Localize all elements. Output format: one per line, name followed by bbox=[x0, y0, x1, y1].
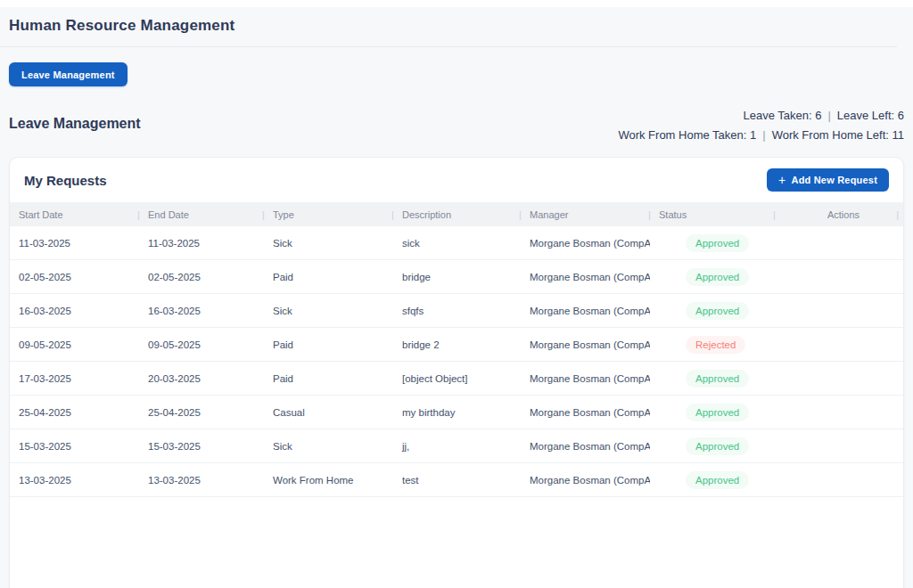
table-header-row: Start DateEnd DateTypeDescriptionManager… bbox=[10, 202, 903, 226]
cell-end-date: 25-04-2025 bbox=[139, 407, 264, 418]
cell-type: Paid bbox=[264, 373, 393, 384]
leave-taken-stat: Leave Taken: 6 bbox=[743, 109, 821, 122]
cell-start-date: 15-03-2025 bbox=[10, 441, 139, 452]
stats-separator: | bbox=[756, 128, 771, 142]
cell-start-date: 16-03-2025 bbox=[10, 306, 139, 316]
table-row: 25-04-202525-04-2025Casualmy birthdayMor… bbox=[10, 396, 903, 429]
status-badge: Approved bbox=[686, 404, 749, 421]
table-row: 09-05-202509-05-2025Paidbridge 2Morgane … bbox=[10, 328, 903, 362]
cell-start-date: 09-05-2025 bbox=[10, 339, 139, 350]
cell-description: [object Object] bbox=[393, 373, 521, 384]
cell-manager: Morgane Bosman (CompAdmir bbox=[521, 272, 650, 282]
column-header-description: Description bbox=[393, 209, 521, 220]
cell-type: Work From Home bbox=[264, 475, 393, 486]
table-row: 17-03-202520-03-2025Paid[object Object]M… bbox=[10, 362, 903, 396]
column-header-actions: Actions bbox=[775, 209, 903, 220]
cell-start-date: 13-03-2025 bbox=[10, 475, 139, 486]
column-header-manager: Manager bbox=[521, 209, 650, 220]
table-row: 15-03-202515-03-2025Sickjj,Morgane Bosma… bbox=[10, 429, 903, 463]
header-strip bbox=[0, 0, 913, 7]
status-badge: Approved bbox=[686, 268, 749, 286]
cell-start-date: 11-03-2025 bbox=[10, 238, 139, 249]
cell-end-date: 15-03-2025 bbox=[139, 441, 264, 452]
cell-end-date: 09-05-2025 bbox=[139, 339, 264, 350]
my-requests-panel: My Requests + Add New Request Start Date… bbox=[9, 157, 904, 588]
cell-description: bridge bbox=[393, 272, 521, 282]
cell-end-date: 13-03-2025 bbox=[139, 475, 264, 486]
cell-description: bridge 2 bbox=[393, 339, 521, 350]
hrm-page: Human Resource Management Leave Manageme… bbox=[0, 0, 913, 588]
table-row: 13-03-202513-03-2025Work From HometestMo… bbox=[10, 463, 903, 497]
cell-status: Approved bbox=[650, 268, 775, 286]
cell-status: Approved bbox=[650, 302, 775, 320]
cell-status: Approved bbox=[650, 234, 775, 252]
wfh-taken-stat: Work From Home Taken: 1 bbox=[618, 128, 756, 142]
cell-manager: Morgane Bosman (CompAdmir bbox=[521, 373, 650, 384]
status-badge: Rejected bbox=[686, 336, 745, 354]
column-header-start-date: Start Date bbox=[10, 209, 139, 220]
cell-description: sfqfs bbox=[393, 306, 521, 316]
column-header-type: Type bbox=[264, 209, 393, 220]
status-badge: Approved bbox=[686, 370, 749, 388]
cell-end-date: 02-05-2025 bbox=[139, 272, 264, 282]
leave-stats-line1: Leave Taken: 6|Leave Left: 6 bbox=[618, 106, 904, 126]
leave-management-heading: Leave Management bbox=[9, 116, 141, 132]
cell-description: my birthday bbox=[393, 407, 521, 418]
title-divider bbox=[0, 46, 897, 47]
table-row: 11-03-202511-03-2025SicksickMorgane Bosm… bbox=[10, 226, 903, 260]
cell-manager: Morgane Bosman (CompAdmir bbox=[521, 407, 650, 418]
add-new-request-label: Add New Request bbox=[791, 175, 877, 185]
cell-status: Approved bbox=[650, 437, 775, 455]
cell-description: sick bbox=[393, 238, 521, 249]
cell-manager: Morgane Bosman (CompAdmir bbox=[521, 441, 650, 452]
leave-management-tab-button[interactable]: Leave Management bbox=[9, 62, 127, 86]
cell-type: Sick bbox=[264, 306, 393, 316]
plus-icon: + bbox=[778, 174, 786, 186]
cell-start-date: 02-05-2025 bbox=[10, 272, 139, 282]
cell-end-date: 16-03-2025 bbox=[139, 306, 264, 316]
cell-start-date: 25-04-2025 bbox=[10, 407, 139, 418]
cell-manager: Morgane Bosman (CompAdmir bbox=[521, 339, 650, 350]
cell-end-date: 20-03-2025 bbox=[139, 373, 264, 384]
cell-type: Sick bbox=[264, 441, 393, 452]
leave-stats: Leave Taken: 6|Leave Left: 6 Work From H… bbox=[618, 106, 904, 145]
cell-status: Approved bbox=[650, 404, 775, 421]
cell-end-date: 11-03-2025 bbox=[139, 238, 264, 249]
status-badge: Approved bbox=[686, 471, 749, 489]
leave-stats-line2: Work From Home Taken: 1|Work From Home L… bbox=[618, 126, 904, 145]
cell-status: Approved bbox=[650, 370, 775, 388]
cell-type: Paid bbox=[264, 272, 393, 282]
panel-title: My Requests bbox=[24, 173, 107, 188]
status-badge: Approved bbox=[686, 234, 749, 252]
column-header-end-date: End Date bbox=[139, 209, 264, 220]
cell-status: Approved bbox=[650, 471, 775, 489]
status-badge: Approved bbox=[686, 302, 749, 320]
leave-left-stat: Leave Left: 6 bbox=[837, 109, 904, 122]
cell-type: Casual bbox=[264, 407, 393, 418]
add-new-request-button[interactable]: + Add New Request bbox=[767, 168, 889, 192]
cell-type: Sick bbox=[264, 238, 393, 249]
column-header-status: Status bbox=[650, 209, 775, 220]
table-body: 11-03-202511-03-2025SicksickMorgane Bosm… bbox=[10, 226, 903, 497]
table-row: 02-05-202502-05-2025PaidbridgeMorgane Bo… bbox=[10, 260, 903, 294]
cell-type: Paid bbox=[264, 339, 393, 350]
cell-description: jj, bbox=[393, 441, 521, 452]
page-title: Human Resource Management bbox=[9, 17, 234, 35]
status-badge: Approved bbox=[686, 437, 749, 455]
stats-separator: | bbox=[821, 109, 836, 122]
cell-status: Rejected bbox=[650, 336, 775, 354]
panel-header: My Requests + Add New Request bbox=[10, 158, 903, 202]
cell-manager: Morgane Bosman (CompAdmir bbox=[521, 306, 650, 316]
cell-manager: Morgane Bosman (CompAdmir bbox=[521, 475, 650, 486]
cell-description: test bbox=[393, 475, 521, 486]
cell-manager: Morgane Bosman (CompAdmir bbox=[521, 238, 650, 249]
cell-start-date: 17-03-2025 bbox=[10, 373, 139, 384]
wfh-left-stat: Work From Home Left: 11 bbox=[772, 128, 904, 142]
table-row: 16-03-202516-03-2025SicksfqfsMorgane Bos… bbox=[10, 294, 903, 328]
